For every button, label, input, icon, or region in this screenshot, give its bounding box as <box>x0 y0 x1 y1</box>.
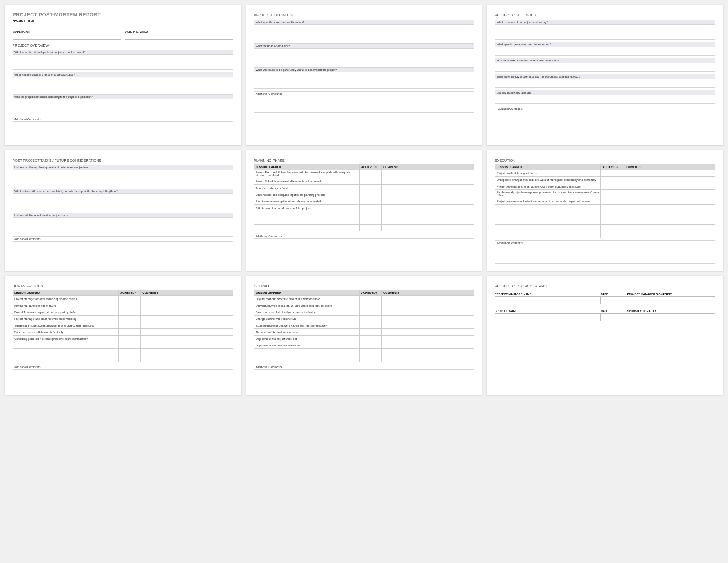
input-sponsor-sig[interactable] <box>627 313 715 321</box>
input-moderator[interactable] <box>13 34 121 40</box>
a-addl-1[interactable] <box>13 122 233 138</box>
a-useful[interactable] <box>254 72 475 89</box>
cell-achieved[interactable] <box>601 218 623 225</box>
cell-comments[interactable] <box>382 336 474 342</box>
cell-comments[interactable] <box>141 355 233 362</box>
cell-achieved[interactable] <box>359 218 381 225</box>
cell-achieved[interactable] <box>601 198 623 205</box>
cell-achieved[interactable] <box>359 205 381 211</box>
a-future[interactable] <box>495 63 715 72</box>
a-methods[interactable] <box>254 49 475 65</box>
cell-achieved[interactable] <box>601 183 623 190</box>
cell-comments[interactable] <box>623 225 715 231</box>
cell-achieved[interactable] <box>359 211 381 218</box>
cell-achieved[interactable] <box>359 225 381 231</box>
cell-comments[interactable] <box>623 177 715 183</box>
cell-achieved[interactable] <box>601 225 623 231</box>
cell-comments[interactable] <box>623 218 715 225</box>
input-pm-sig[interactable] <box>627 296 715 304</box>
cell-achieved[interactable] <box>359 355 381 362</box>
cell-comments[interactable] <box>141 296 233 302</box>
cell-comments[interactable] <box>382 329 474 336</box>
cell-comments[interactable] <box>382 211 474 218</box>
cell-achieved[interactable] <box>359 302 381 309</box>
cell-comments[interactable] <box>382 178 474 185</box>
cell-comments[interactable] <box>382 170 474 178</box>
cell-comments[interactable] <box>382 316 474 322</box>
cell-achieved[interactable] <box>359 329 381 336</box>
cell-achieved[interactable] <box>359 296 381 302</box>
a-addl-4[interactable] <box>13 242 233 258</box>
a-addl-planning[interactable] <box>254 238 475 257</box>
cell-comments[interactable] <box>382 191 474 198</box>
cell-comments[interactable] <box>382 302 474 309</box>
cell-comments[interactable] <box>382 218 474 225</box>
a-addl-3[interactable] <box>495 111 715 126</box>
cell-comments[interactable] <box>382 185 474 191</box>
cell-achieved[interactable] <box>359 170 381 178</box>
cell-comments[interactable] <box>623 211 715 218</box>
a-addl-2[interactable] <box>254 96 475 113</box>
input-date-prepared[interactable] <box>125 34 233 40</box>
cell-achieved[interactable] <box>601 211 623 218</box>
cell-comments[interactable] <box>382 322 474 329</box>
a-technical[interactable] <box>495 95 715 104</box>
input-sponsor-name[interactable] <box>495 313 601 321</box>
cell-achieved[interactable] <box>359 322 381 329</box>
cell-achieved[interactable] <box>119 355 141 362</box>
cell-comments[interactable] <box>382 198 474 205</box>
a-wrong[interactable] <box>495 25 715 40</box>
cell-achieved[interactable] <box>359 309 381 316</box>
cell-comments[interactable] <box>623 170 715 177</box>
a-addl-human[interactable] <box>13 369 233 388</box>
cell-comments[interactable] <box>141 309 233 316</box>
a-continuing[interactable] <box>13 170 233 186</box>
input-project-title[interactable] <box>13 23 233 28</box>
a-problems[interactable] <box>495 79 715 88</box>
cell-achieved[interactable] <box>119 309 141 316</box>
a-actions[interactable] <box>13 194 233 210</box>
cell-comments[interactable] <box>141 336 233 342</box>
cell-achieved[interactable] <box>119 349 141 355</box>
cell-comments[interactable] <box>141 349 233 355</box>
cell-achieved[interactable] <box>601 231 623 238</box>
cell-achieved[interactable] <box>601 190 623 198</box>
cell-comments[interactable] <box>623 205 715 211</box>
cell-achieved[interactable] <box>119 302 141 309</box>
cell-achieved[interactable] <box>359 178 381 185</box>
input-pm-name[interactable] <box>495 296 601 304</box>
cell-comments[interactable] <box>141 329 233 336</box>
a-addl-execution[interactable] <box>495 245 715 264</box>
cell-achieved[interactable] <box>119 336 141 342</box>
cell-achieved[interactable] <box>359 185 381 191</box>
cell-comments[interactable] <box>382 349 474 355</box>
a-outstanding[interactable] <box>13 218 233 234</box>
cell-comments[interactable] <box>382 342 474 349</box>
cell-achieved[interactable] <box>359 336 381 342</box>
cell-comments[interactable] <box>141 322 233 329</box>
input-date-2[interactable] <box>601 313 627 321</box>
cell-achieved[interactable] <box>119 329 141 336</box>
cell-comments[interactable] <box>623 190 715 198</box>
cell-comments[interactable] <box>141 316 233 322</box>
cell-comments[interactable] <box>623 231 715 238</box>
cell-achieved[interactable] <box>601 177 623 183</box>
cell-comments[interactable] <box>382 205 474 211</box>
cell-comments[interactable] <box>623 198 715 205</box>
cell-achieved[interactable] <box>119 342 141 349</box>
cell-achieved[interactable] <box>601 170 623 177</box>
a-accomplishments[interactable] <box>254 25 475 41</box>
a-addl-overall[interactable] <box>254 369 475 388</box>
cell-comments[interactable] <box>141 342 233 349</box>
a-goals[interactable] <box>13 55 233 70</box>
cell-achieved[interactable] <box>359 349 381 355</box>
cell-comments[interactable] <box>382 296 474 302</box>
a-criteria[interactable] <box>13 77 233 92</box>
cell-achieved[interactable] <box>119 316 141 322</box>
cell-comments[interactable] <box>141 302 233 309</box>
cell-comments[interactable] <box>623 183 715 190</box>
a-improve[interactable] <box>495 47 715 56</box>
cell-achieved[interactable] <box>359 191 381 198</box>
a-completed[interactable] <box>13 99 233 114</box>
cell-achieved[interactable] <box>359 316 381 322</box>
